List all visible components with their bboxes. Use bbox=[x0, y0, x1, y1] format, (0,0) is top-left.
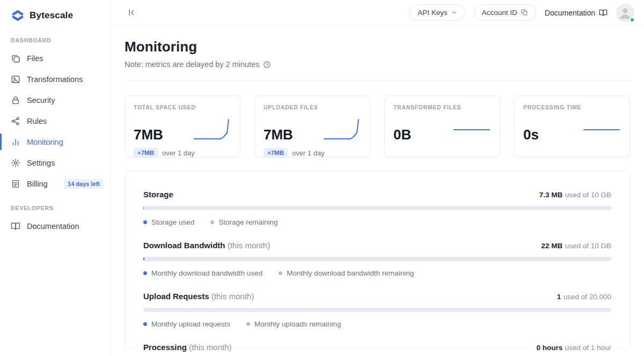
usage-amount: 0 hours bbox=[536, 344, 562, 352]
sparkline-chart bbox=[323, 117, 361, 142]
brand-logo[interactable]: Bytescale bbox=[0, 7, 110, 26]
usage-quota-label: used of 10 GB bbox=[565, 242, 611, 250]
sidebar-collapse-icon[interactable] bbox=[125, 6, 138, 20]
usage-title: Upload Requests bbox=[143, 292, 209, 301]
clock-icon bbox=[263, 61, 271, 69]
bar-chart-icon bbox=[11, 137, 20, 147]
legend-dot-icon bbox=[143, 220, 147, 224]
metrics-delay-note: Note: metrics are delayed by 2 minutes bbox=[125, 60, 630, 69]
legend-label: Monthly download bandwidth used bbox=[151, 269, 262, 277]
sidebar-item-settings[interactable]: Settings bbox=[0, 152, 110, 173]
usage-progress-bar bbox=[143, 257, 611, 261]
api-keys-button[interactable]: API Keys bbox=[409, 4, 465, 21]
legend-label: Monthly uploads remaining bbox=[254, 320, 341, 328]
usage-title: Download Bandwidth bbox=[143, 241, 225, 250]
sidebar-item-label: Monitoring bbox=[27, 138, 63, 146]
usage-section-processing: Processing (this month)0 hours used of 1… bbox=[143, 343, 611, 356]
stat-card-label: TRANSFORMED FILES bbox=[393, 104, 491, 110]
legend-dot-icon bbox=[246, 322, 250, 326]
usage-section-download-bandwidth: Download Bandwidth (this month)22 MB use… bbox=[143, 241, 611, 277]
sparkline-chart bbox=[582, 117, 621, 142]
delta-period-label: over 1 day bbox=[292, 149, 325, 157]
delta-badge: +7MB bbox=[264, 148, 288, 158]
sidebar-item-security[interactable]: Security bbox=[0, 90, 110, 110]
stat-card-value: 7MB bbox=[134, 128, 163, 142]
stat-card-label: UPLOADED FILES bbox=[264, 104, 361, 110]
legend-label: Storage remaining bbox=[218, 218, 277, 226]
documentation-link[interactable]: Documentation bbox=[545, 9, 608, 17]
usage-amount: 1 bbox=[557, 293, 561, 301]
sidebar-item-monitoring[interactable]: Monitoring bbox=[0, 131, 110, 152]
documentation-label: Documentation bbox=[545, 9, 595, 17]
usage-legend: Monthly download bandwidth usedMonthly d… bbox=[143, 269, 611, 277]
sidebar-item-rules[interactable]: Rules bbox=[0, 110, 110, 131]
delta-badge: +7MB bbox=[134, 148, 158, 158]
sidebar-item-label: Settings bbox=[27, 159, 55, 167]
book-icon bbox=[599, 9, 608, 17]
stat-card: PROCESSING TIME0s bbox=[514, 95, 630, 158]
stat-card: TOTAL SPACE USED7MB+7MBover 1 day bbox=[125, 95, 240, 158]
page-content: Monitoring Note: metrics are delayed by … bbox=[111, 26, 644, 356]
stat-card-value: 7MB bbox=[264, 128, 293, 142]
chevron-down-icon bbox=[451, 10, 457, 16]
usage-amount: 22 MB bbox=[541, 242, 562, 250]
usage-amount: 7.3 MB bbox=[539, 191, 563, 199]
legend-item: Monthly uploads remaining bbox=[246, 320, 341, 328]
usage-quota-label: used of 20,000 bbox=[564, 293, 611, 301]
legend-item: Storage remaining bbox=[210, 218, 277, 226]
sidebar-item-label: Files bbox=[27, 54, 43, 63]
sidebar-section-label: DEVELOPERS bbox=[11, 205, 110, 211]
user-avatar[interactable] bbox=[616, 4, 634, 22]
sidebar-item-documentation[interactable]: Documentation bbox=[0, 216, 110, 236]
sidebar-item-transformations[interactable]: Transformations bbox=[0, 69, 110, 90]
usage-progress-bar bbox=[143, 308, 611, 312]
usage-title: Processing bbox=[143, 343, 187, 352]
main-column: API Keys Account ID Documentati bbox=[111, 0, 644, 356]
usage-progress-fill bbox=[143, 257, 144, 261]
files-icon bbox=[11, 54, 20, 63]
usage-title: Storage bbox=[143, 190, 173, 199]
account-id-label: Account ID bbox=[482, 9, 517, 17]
usage-period: (this month) bbox=[189, 343, 231, 352]
billing-icon bbox=[11, 179, 20, 189]
usage-progress-bar bbox=[143, 206, 611, 210]
image-icon bbox=[11, 75, 20, 84]
usage-section-storage: Storage7.3 MB used of 10 GBStorage usedS… bbox=[143, 190, 611, 226]
topbar: API Keys Account ID Documentati bbox=[111, 0, 644, 26]
legend-dot-icon bbox=[143, 271, 147, 275]
online-status-dot bbox=[630, 17, 635, 23]
sidebar-item-label: Transformations bbox=[27, 75, 83, 84]
usage-quota-label: used of 1 hour bbox=[565, 344, 611, 352]
sidebar: Bytescale DASHBOARDFilesTransformationsS… bbox=[0, 0, 111, 356]
legend-item: Monthly upload requests bbox=[143, 320, 230, 328]
sidebar-item-files[interactable]: Files bbox=[0, 48, 110, 69]
delta-period-label: over 1 day bbox=[162, 149, 195, 157]
sidebar-item-label: Security bbox=[27, 96, 55, 105]
sidebar-item-label: Rules bbox=[27, 117, 47, 125]
share-icon bbox=[11, 116, 20, 126]
stat-card-label: TOTAL SPACE USED bbox=[134, 104, 231, 110]
brand-name: Bytescale bbox=[30, 10, 73, 21]
lock-icon bbox=[11, 95, 20, 105]
sparkline-chart bbox=[193, 117, 231, 142]
sparkline-chart bbox=[452, 117, 491, 142]
legend-item: Storage used bbox=[143, 218, 194, 226]
stat-cards-row: TOTAL SPACE USED7MB+7MBover 1 dayUPLOADE… bbox=[125, 95, 630, 158]
account-id-button[interactable]: Account ID bbox=[474, 4, 536, 21]
usage-quota-label: used of 10 GB bbox=[565, 191, 611, 199]
page-title: Monitoring bbox=[125, 39, 630, 55]
sidebar-section-label: DASHBOARD bbox=[11, 37, 110, 43]
legend-label: Storage used bbox=[151, 218, 194, 226]
usage-panel: Storage7.3 MB used of 10 GBStorage usedS… bbox=[125, 171, 630, 348]
api-keys-label: API Keys bbox=[418, 9, 448, 17]
gear-icon bbox=[11, 158, 20, 168]
legend-item: Monthly download bandwidth used bbox=[143, 269, 262, 277]
stat-card-label: PROCESSING TIME bbox=[523, 104, 621, 110]
legend-dot-icon bbox=[210, 220, 214, 224]
usage-legend: Storage usedStorage remaining bbox=[143, 218, 611, 226]
app-window: Bytescale DASHBOARDFilesTransformationsS… bbox=[0, 0, 644, 356]
stat-card-value: 0B bbox=[393, 128, 411, 142]
stat-card-value: 0s bbox=[523, 128, 539, 142]
sidebar-item-billing[interactable]: Billing14 days left bbox=[0, 173, 110, 194]
section-divider bbox=[125, 80, 630, 81]
